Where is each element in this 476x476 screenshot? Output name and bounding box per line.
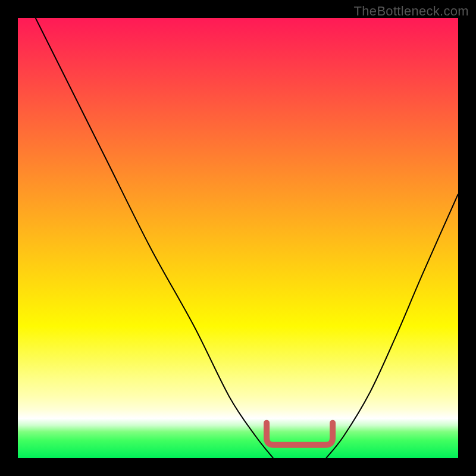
watermark-text: TheBottleneck.com [354,4,469,19]
left-descent-curve [36,18,274,458]
right-ascent-curve [326,194,458,458]
curve-layer [18,18,458,458]
notch-bracket [267,423,333,445]
plot-area [18,18,458,458]
